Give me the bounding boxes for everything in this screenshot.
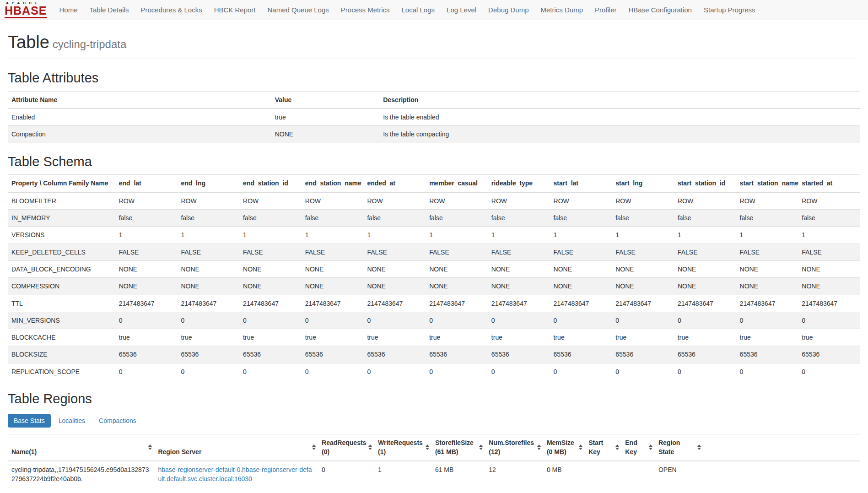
schema-value-cell: true (239, 329, 302, 346)
schema-value-cell: 1 (798, 227, 860, 244)
nav-item-metrics-dump[interactable]: Metrics Dump (535, 0, 589, 19)
attr-col-description: Description (379, 91, 860, 108)
tab-base-stats[interactable]: Base Stats (8, 414, 51, 428)
schema-col-ended-at: ended_at (363, 175, 426, 192)
schema-value-cell: FALSE (177, 244, 239, 260)
schema-value-cell: NONE (674, 260, 736, 277)
region-cell-end-key (621, 461, 655, 488)
sort-icon[interactable] (148, 444, 152, 450)
schema-value-cell: false (798, 210, 860, 227)
nav-item-hbase-configuration[interactable]: HBase Configuration (623, 0, 698, 19)
schema-row-versions: VERSIONS111111111111 (8, 227, 860, 244)
schema-value-cell: NONE (488, 260, 550, 277)
schema-value-cell: 2147483647 (426, 295, 488, 312)
schema-value-cell: NONE (177, 278, 239, 295)
schema-value-cell: true (302, 329, 364, 346)
nav-item-named-queue-logs[interactable]: Named Queue Logs (262, 0, 335, 19)
regions-col-storefilesize-61-mb[interactable]: StorefileSize (61 MB) (431, 434, 485, 460)
schema-value-cell: NONE (488, 278, 550, 295)
schema-value-cell: false (488, 210, 550, 227)
column-label: Start Key (588, 439, 603, 455)
schema-value-cell: 0 (115, 312, 178, 329)
sort-icon[interactable] (579, 444, 582, 450)
regions-table: Name(1)Region ServerReadRequests (0)Writ… (8, 434, 860, 487)
schema-property-cell: DATA_BLOCK_ENCODING (8, 260, 115, 277)
sort-icon[interactable] (479, 444, 483, 450)
schema-col-end-lat: end_lat (115, 175, 178, 192)
schema-value-cell: 1 (426, 227, 488, 244)
regions-col-readrequests-0[interactable]: ReadRequests (0) (318, 434, 374, 460)
region-server-link[interactable]: hbase-regionserver-default-0.hbase-regio… (158, 466, 312, 482)
schema-value-cell: 65536 (674, 346, 736, 363)
nav-item-procedures-locks[interactable]: Procedures & Locks (135, 0, 208, 19)
nav-item-profiler[interactable]: Profiler (589, 0, 623, 19)
tab-compactions[interactable]: Compactions (93, 414, 142, 428)
schema-col-member-casual: member_casual (426, 175, 488, 192)
regions-col-end-key[interactable]: End Key (621, 434, 655, 460)
schema-property-cell: VERSIONS (8, 227, 115, 244)
nav-item-hbck-report[interactable]: HBCK Report (208, 0, 262, 19)
hbase-logo[interactable]: APACHE HBASE (5, 1, 47, 18)
schema-property-cell: COMPRESSION (8, 278, 115, 295)
sort-icon[interactable] (697, 444, 701, 450)
column-label: Region Server (158, 448, 201, 455)
schema-value-cell: NONE (736, 260, 798, 277)
schema-value-cell: 0 (488, 312, 550, 329)
schema-col-rideable-type: rideable_type (488, 175, 550, 192)
regions-col-num-storefiles-12[interactable]: Num.Storefiles (12) (485, 434, 543, 460)
column-label: MemSize (0 MB) (547, 439, 574, 455)
schema-col-start-lng: start_lng (612, 175, 674, 192)
schema-value-cell: NONE (302, 278, 364, 295)
schema-value-cell: 0 (426, 312, 488, 329)
schema-row-replication-scope: REPLICATION_SCOPE000000000000 (8, 363, 860, 380)
schema-value-cell: ROW (798, 192, 860, 210)
schema-value-cell: FALSE (239, 244, 302, 260)
schema-value-cell: ROW (302, 192, 364, 210)
nav-item-startup-progress[interactable]: Startup Progress (698, 0, 761, 19)
schema-value-cell: NONE (798, 278, 860, 295)
schema-value-cell: false (302, 210, 364, 227)
schema-value-cell: ROW (363, 192, 426, 210)
schema-value-cell: NONE (798, 260, 860, 277)
schema-value-cell: false (115, 210, 178, 227)
tab-localities[interactable]: Localities (53, 414, 91, 428)
schema-row-compression: COMPRESSIONNONENONENONENONENONENONENONEN… (8, 278, 860, 295)
schema-col-start-lat: start_lat (550, 175, 612, 192)
sort-icon[interactable] (368, 444, 372, 450)
nav-item-debug-dump[interactable]: Debug Dump (482, 0, 534, 19)
schema-value-cell: NONE (426, 260, 488, 277)
sort-icon[interactable] (537, 444, 541, 450)
regions-col-start-key[interactable]: Start Key (585, 434, 621, 460)
regions-col-name-1[interactable]: Name(1) (8, 434, 154, 460)
nav-item-process-metrics[interactable]: Process Metrics (335, 0, 396, 19)
regions-col-region-server[interactable]: Region Server (154, 434, 318, 460)
schema-property-cell: MIN_VERSIONS (8, 312, 115, 329)
regions-col-filler (703, 434, 860, 460)
sort-icon[interactable] (312, 444, 316, 450)
schema-value-cell: false (239, 210, 302, 227)
schema-col-start-station-name: start_station_name (736, 175, 798, 192)
region-row: cycling-tripdata,,1719475156245.e95d0a13… (8, 461, 860, 488)
regions-col-memsize-0-mb[interactable]: MemSize (0 MB) (543, 434, 585, 460)
regions-col-region-state[interactable]: Region State (655, 434, 703, 460)
schema-row-bloomfilter: BLOOMFILTERROWROWROWROWROWROWROWROWROWRO… (8, 192, 860, 210)
schema-value-cell: 0 (302, 363, 364, 380)
schema-value-cell: 0 (550, 363, 612, 380)
schema-value-cell: 65536 (426, 346, 488, 363)
regions-col-writerequests-1[interactable]: WriteRequests (1) (374, 434, 431, 460)
nav-item-log-level[interactable]: Log Level (441, 0, 482, 19)
schema-value-cell: 0 (798, 312, 860, 329)
attribute-row-enabled: EnabledtrueIs the table enabled (8, 108, 860, 126)
schema-value-cell: 0 (239, 312, 302, 329)
nav-item-local-logs[interactable]: Local Logs (395, 0, 441, 19)
schema-value-cell: 0 (177, 363, 239, 380)
column-label: StorefileSize (61 MB) (435, 439, 474, 455)
attribute-row-compaction: CompactionNONEIs the table compacting (8, 126, 860, 143)
sort-icon[interactable] (649, 444, 652, 450)
attr-col-attribute-name: Attribute Name (8, 91, 271, 108)
schema-value-cell: 2147483647 (177, 295, 239, 312)
nav-item-table-details[interactable]: Table Details (84, 0, 135, 19)
sort-icon[interactable] (426, 444, 429, 450)
nav-item-home[interactable]: Home (54, 0, 84, 19)
sort-icon[interactable] (615, 444, 619, 450)
